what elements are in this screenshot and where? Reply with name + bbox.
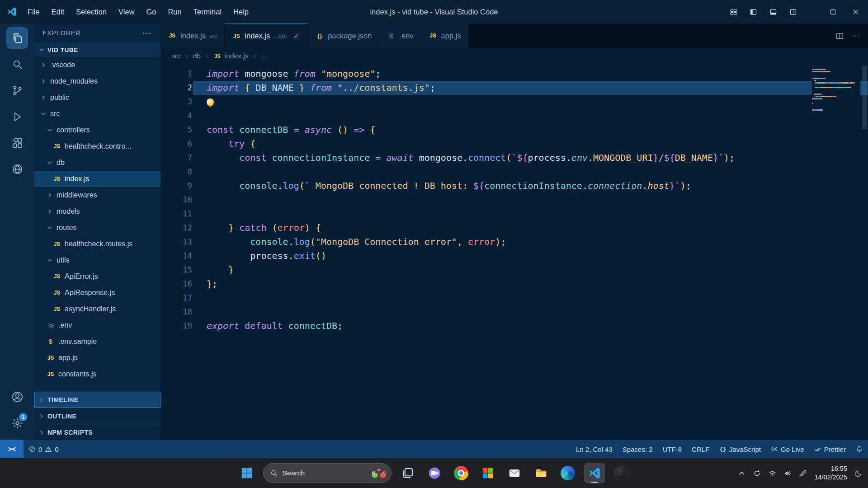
minimize-icon[interactable]	[803, 0, 823, 23]
menu-edit[interactable]: Edit	[46, 5, 70, 19]
minimap[interactable]	[812, 68, 860, 113]
folder-middlewares[interactable]: middlewares	[34, 187, 160, 203]
folder-controllers[interactable]: controllers	[34, 122, 160, 138]
section-timeline[interactable]: TIMELINE	[34, 391, 160, 408]
tab-app.js[interactable]: JSapp.js	[421, 23, 469, 48]
scrollbar-thumb[interactable]	[862, 66, 867, 129]
encoding[interactable]: UTF-8	[658, 440, 687, 458]
extensions-icon[interactable]	[6, 132, 28, 154]
code-line-10[interactable]: 10	[160, 193, 868, 207]
indentation[interactable]: Spaces: 2	[618, 440, 658, 458]
editor-scrollbar[interactable]	[861, 64, 868, 440]
folder-routes[interactable]: routes	[34, 220, 160, 236]
files-icon[interactable]	[6, 27, 28, 49]
menu-help[interactable]: Help	[227, 5, 255, 19]
code-line-4[interactable]: 4	[160, 109, 868, 123]
section-npm-scripts[interactable]: NPM SCRIPTS	[34, 424, 160, 440]
breadcrumb-index.js[interactable]: JSindex.js	[213, 52, 249, 60]
search-box[interactable]: Search	[263, 463, 392, 483]
chevron-up-icon[interactable]	[737, 469, 746, 478]
go-live[interactable]: Go Live	[766, 440, 809, 458]
folder-db[interactable]: db	[34, 155, 160, 171]
code-line-1[interactable]: 1import mongoose from "mongoose";	[160, 67, 868, 81]
file-healthcheck.routes.js[interactable]: JShealthcheck.routes.js	[34, 236, 160, 252]
code-line-13[interactable]: 13 console.log("MongoDB Connection error…	[160, 235, 868, 249]
breadcrumb-src[interactable]: src	[171, 52, 181, 60]
folder-public[interactable]: public	[34, 89, 160, 106]
code-line-19[interactable]: 19export default connectDB;	[160, 319, 868, 333]
file-apierror.js[interactable]: JSApiError.js	[34, 268, 160, 285]
menu-run[interactable]: Run	[162, 5, 187, 19]
code-line-3[interactable]: 3	[160, 95, 868, 109]
breadcrumb-db[interactable]: db	[193, 52, 201, 60]
maximize-icon[interactable]	[823, 0, 843, 23]
tab-.env[interactable]: .env	[379, 23, 421, 48]
notifications[interactable]	[851, 440, 868, 458]
refresh-icon[interactable]	[753, 469, 761, 478]
source-control-icon[interactable]	[6, 80, 28, 101]
section-outline[interactable]: OUTLINE	[34, 408, 160, 424]
code-line-7[interactable]: 7 const connectionInstance = await mongo…	[160, 151, 868, 165]
lightbulb-icon[interactable]	[207, 99, 214, 106]
file-.env.sample[interactable]: $.env.sample	[34, 333, 160, 350]
menu-selection[interactable]: Selection	[70, 5, 113, 19]
file-healthcheck.contro...[interactable]: JShealthcheck.contro...	[34, 138, 160, 155]
volume-icon[interactable]	[783, 469, 792, 478]
edge-app-icon[interactable]	[557, 463, 578, 483]
close-icon[interactable]	[291, 32, 300, 41]
tab-index.js-...-db[interactable]: JSindex.js...\db	[225, 23, 308, 48]
tab-index.js-src[interactable]: JSindex.jssrc	[160, 23, 225, 48]
pen-icon[interactable]	[799, 469, 807, 478]
taskview-app-icon[interactable]	[397, 463, 418, 483]
layout-right-icon[interactable]	[783, 0, 803, 23]
code-line-16[interactable]: 16};	[160, 277, 868, 291]
layout-grid-icon[interactable]	[723, 0, 743, 23]
globe-icon[interactable]	[6, 158, 28, 180]
workspace-section-header[interactable]: VID TUBE	[34, 42, 160, 57]
vscode-app-icon[interactable]	[584, 463, 605, 483]
file-asynchandler.js[interactable]: JSasyncHandler.js	[34, 301, 160, 317]
search-icon[interactable]	[6, 53, 28, 75]
file-constants.js[interactable]: JSconstants.js	[34, 366, 160, 382]
tab-package.json[interactable]: {}package.json	[308, 23, 379, 48]
code-line-12[interactable]: 12 } catch (error) {	[160, 221, 868, 235]
code-line-9[interactable]: 9 console.log(` MongoDB connected ! DB h…	[160, 179, 868, 193]
layout-panel-icon[interactable]	[763, 0, 783, 23]
menu-file[interactable]: File	[22, 5, 46, 19]
settings-gear-icon[interactable]: 1	[6, 412, 28, 434]
close-icon[interactable]	[843, 0, 868, 23]
file-.env[interactable]: .env	[34, 317, 160, 333]
start-button[interactable]	[236, 463, 257, 483]
folder-models[interactable]: models	[34, 203, 160, 220]
menu-go[interactable]: Go	[140, 5, 162, 19]
folder-.vscode[interactable]: .vscode	[34, 57, 160, 73]
file-index.js[interactable]: JSindex.js	[34, 171, 160, 187]
taskbar-clock[interactable]: 16:5514/02/2025	[814, 465, 847, 482]
eol[interactable]: CRLF	[687, 440, 714, 458]
folder-src[interactable]: src	[34, 106, 160, 122]
code-line-2[interactable]: 2import { DB_NAME } from "../constants.j…	[160, 81, 868, 95]
explorer-actions-icon[interactable]: ⋯	[142, 28, 152, 38]
code-line-17[interactable]: 17	[160, 291, 868, 305]
menu-view[interactable]: View	[113, 5, 140, 19]
folder-node-modules[interactable]: node_modules	[34, 73, 160, 89]
code-line-5[interactable]: 5const connectDB = async () => {	[160, 123, 868, 137]
code-line-11[interactable]: 11	[160, 207, 868, 221]
store-app-icon[interactable]	[477, 463, 498, 483]
account-icon[interactable]	[6, 386, 28, 408]
cursor-position[interactable]: Ln 2, Col 43	[571, 440, 618, 458]
chat-app-icon[interactable]	[424, 463, 445, 483]
code-line-15[interactable]: 15 }	[160, 263, 868, 277]
split-editor-icon[interactable]	[835, 32, 844, 40]
mail-app-icon[interactable]	[504, 463, 525, 483]
chrome-app-icon[interactable]	[451, 463, 472, 483]
menu-terminal[interactable]: Terminal	[188, 5, 227, 19]
code-area[interactable]: 1import mongoose from "mongoose";2import…	[160, 64, 868, 333]
code-line-14[interactable]: 14 process.exit()	[160, 249, 868, 263]
prettier[interactable]: Prettier	[809, 440, 851, 458]
breadcrumb-...[interactable]: ...	[260, 52, 266, 60]
remote-indicator[interactable]: ><	[0, 440, 24, 458]
code-line-18[interactable]: 18	[160, 305, 868, 319]
file-explorer-app-icon[interactable]	[531, 463, 552, 483]
dark-circle-app-icon[interactable]	[611, 463, 632, 483]
